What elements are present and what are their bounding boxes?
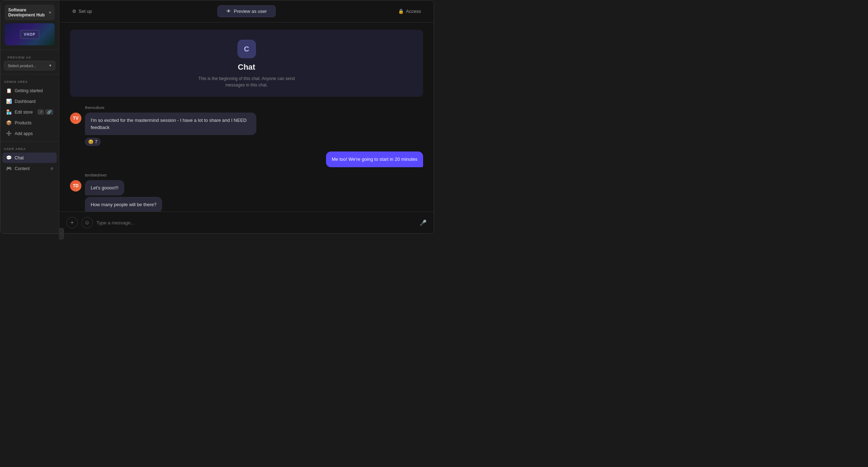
message-row-3: TD Let's goooo!!! [70, 180, 423, 196]
chat-channel-name: Chat [77, 63, 416, 72]
sidebar-item-add-apps[interactable]: ➕ Add apps [2, 128, 57, 139]
reaction-badge-1[interactable]: 😆 7 [85, 138, 101, 146]
chat-label: Chat [15, 155, 53, 160]
chat-messages-area[interactable]: C Chat This is the beginning of this cha… [59, 23, 434, 212]
dashboard-icon: 📊 [6, 99, 12, 104]
chat-channel-description: This is the beginning of this chat. Anyo… [190, 75, 304, 88]
store-name: Software Development Hub [8, 8, 49, 18]
setup-button[interactable]: ⚙ Set up [68, 6, 96, 16]
topbar: ⚙ Set up 👁 Preview as user 🔒 Access [59, 0, 434, 23]
setup-label: Set up [79, 9, 92, 14]
reply-button-1[interactable]: ↩ [273, 126, 279, 133]
preview-as-label: PREVIEW AS [4, 52, 55, 61]
lock-icon: 🔒 [398, 9, 404, 14]
avatar-thenvulture: TV [70, 113, 81, 124]
sidebar: Software Development Hub ▾ VHOP PREVIEW … [0, 0, 59, 233]
user-nav-section: USER AREA 💬 Chat 🎮 Content ⊘ [0, 141, 59, 176]
edit-store-icon: 🏪 [6, 109, 12, 115]
message-bubble-2: Me too! We're going to start in 20 minut… [326, 151, 423, 167]
react-button-1[interactable]: ☺ [264, 126, 270, 133]
message-content-3: Let's goooo!!! [85, 180, 124, 196]
access-button[interactable]: 🔒 Access [394, 6, 425, 16]
preview-dropdown[interactable]: Select product... ▾ [4, 61, 55, 70]
content-label: Content [15, 166, 47, 171]
collapse-icon: ‹ [61, 232, 62, 233]
preview-dropdown-text: Select product... [8, 64, 36, 68]
eye-icon: 👁 [226, 9, 231, 14]
user-area-label: USER AREA [0, 144, 59, 152]
add-attachment-button[interactable]: + [66, 217, 78, 228]
store-banner: VHOP [5, 23, 55, 45]
message-input[interactable] [96, 220, 416, 225]
getting-started-icon: 📋 [6, 88, 12, 93]
getting-started-label: Getting started [15, 88, 53, 93]
message-row-2: Me too! We're going to start in 20 minut… [70, 151, 423, 167]
chat-channel-avatar: C [237, 40, 256, 58]
edit-store-label: Edit store [15, 110, 35, 115]
chat-icon: 💬 [6, 155, 12, 160]
message-group-me-1: Me too! We're going to start in 20 minut… [70, 151, 423, 167]
store-title-button[interactable]: Software Development Hub ▾ [5, 5, 55, 20]
message-content-1: I'm so excited for the mastermind sessio… [85, 113, 256, 146]
sidebar-header: Software Development Hub ▾ VHOP [0, 0, 59, 50]
plus-circle-icon: + [70, 219, 74, 226]
microphone-button[interactable]: 🎤 [420, 219, 427, 226]
chat-header-card: C Chat This is the beginning of this cha… [70, 30, 423, 97]
message-group-terribledriver: terribledriver TD Let's goooo!!! How man… [70, 173, 423, 212]
reaction-area-1: 😆 7 [85, 136, 256, 146]
sidebar-item-edit-store[interactable]: 🏪 Edit store ↗ 🔗 [2, 107, 57, 117]
dashboard-label: Dashboard [15, 99, 53, 104]
preview-as-user-button[interactable]: 👁 Preview as user [217, 5, 276, 17]
message-content-4: How many people will be there? [85, 197, 162, 212]
sidebar-item-dashboard[interactable]: 📊 Dashboard [2, 96, 57, 106]
sidebar-item-chat[interactable]: 💬 Chat [2, 153, 57, 163]
main-content: ⚙ Set up 👁 Preview as user 🔒 Access [59, 0, 434, 233]
admin-area-label: ADMIN AREA [0, 76, 59, 85]
sidebar-item-products[interactable]: 📦 Products [2, 118, 57, 128]
preview-as-section: PREVIEW AS Select product... ▾ [0, 50, 59, 74]
message-bubble-4: How many people will be there? [85, 197, 162, 212]
message-row-4: How many people will be there? [70, 197, 423, 212]
products-icon: 📦 [6, 120, 12, 125]
message-bubble-3: Let's goooo!!! [85, 180, 124, 196]
content-icon: 🎮 [6, 166, 12, 171]
edit-store-actions: ↗ 🔗 [37, 109, 53, 115]
mic-icon: 🎤 [420, 220, 427, 226]
admin-nav-section: ADMIN AREA 📋 Getting started 📊 Dashboard… [0, 74, 59, 141]
store-banner-code: VHOP [20, 30, 39, 39]
message-sender-terribledriver: terribledriver [70, 173, 423, 177]
content-hidden-badge: ⊘ [50, 167, 53, 170]
message-sender-thenvulture: thenvulture [70, 105, 423, 110]
more-button-1[interactable]: ⋯ [281, 126, 288, 133]
emoji-button[interactable]: ☺ [81, 217, 93, 228]
topbar-right: 🔒 Access [382, 6, 425, 16]
message-input-area: + ☺ 🎤 [59, 212, 434, 233]
reaction-count-1: 7 [95, 139, 97, 144]
message-row-1: TV I'm so excited for the mastermind ses… [70, 113, 423, 146]
message-bubble-1: I'm so excited for the mastermind sessio… [85, 113, 256, 135]
access-label: Access [406, 9, 421, 14]
add-apps-label: Add apps [15, 131, 53, 136]
sidebar-item-getting-started[interactable]: 📋 Getting started [2, 85, 57, 96]
dropdown-chevron-icon: ▾ [49, 63, 51, 68]
products-label: Products [15, 120, 53, 125]
topbar-center: 👁 Preview as user [217, 5, 276, 17]
avatar-terribledriver: TD [70, 180, 81, 192]
collapse-sidebar-handle[interactable]: ‹ [59, 228, 64, 234]
message-group-thenvulture: thenvulture TV I'm so excited for the ma… [70, 105, 423, 146]
external-link-button[interactable]: ↗ [37, 109, 44, 115]
smile-icon: ☺ [84, 219, 90, 226]
copy-link-button[interactable]: 🔗 [45, 109, 53, 115]
topbar-left: ⚙ Set up [68, 6, 111, 16]
gear-icon: ⚙ [72, 9, 76, 14]
sidebar-item-content[interactable]: 🎮 Content ⊘ [2, 163, 57, 174]
dropdown-icon: ▾ [49, 10, 51, 15]
preview-label: Preview as user [234, 9, 267, 14]
add-apps-icon: ➕ [6, 131, 12, 136]
